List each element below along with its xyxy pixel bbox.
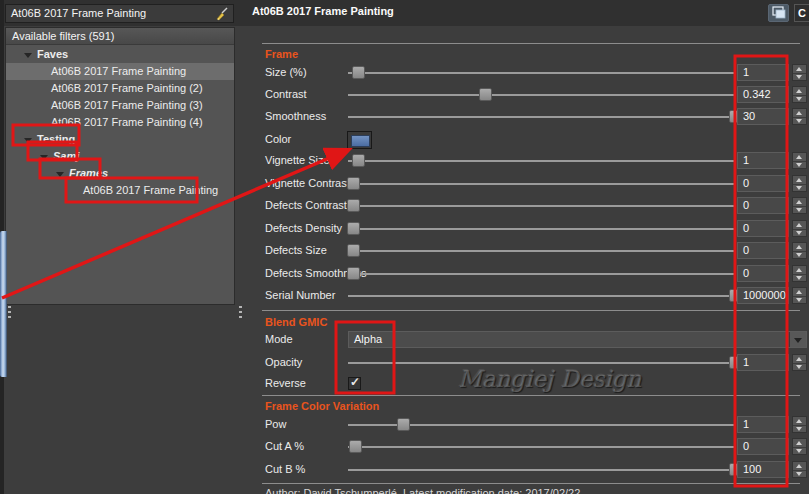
value-input-pow[interactable]: 1 <box>737 416 789 433</box>
expander-triangle-icon[interactable] <box>24 53 32 58</box>
layers-button[interactable] <box>768 4 789 22</box>
available-filters-header[interactable]: Available filters (591) <box>6 28 234 45</box>
color-picker-button[interactable] <box>347 131 372 149</box>
slider-track-vignette_contrast[interactable] <box>348 183 735 185</box>
sidebar-item-testing[interactable]: Testing <box>6 131 234 148</box>
value-input-size[interactable]: 1 <box>737 64 789 81</box>
spinner-defects_size[interactable] <box>792 242 807 259</box>
value-input-contrast[interactable]: 0.342 <box>737 86 789 103</box>
tree-item-label: At06B 2017 Frame Painting (2) <box>51 80 203 97</box>
spin-down-icon[interactable] <box>793 73 806 81</box>
spin-down-icon[interactable] <box>793 274 806 282</box>
slider-handle-vignette_contrast[interactable] <box>347 177 360 190</box>
sidebar-item-faves[interactable]: Faves <box>6 46 234 63</box>
param-label-defects_size: Defects Size <box>265 244 327 256</box>
spin-down-icon[interactable] <box>793 470 806 478</box>
value-input-defects_size[interactable]: 0 <box>737 242 789 259</box>
slider-track-defects_contrast[interactable] <box>348 205 735 207</box>
param-label-mode: Mode <box>265 333 293 345</box>
slider-handle-pow[interactable] <box>397 418 410 431</box>
slider-track-vignette_size[interactable] <box>348 160 735 162</box>
value-input-smoothness[interactable]: 30 <box>737 108 789 125</box>
sidebar-item-leaf[interactable]: At06B 2017 Frame Painting <box>6 182 234 199</box>
param-label-vignette_size: Vignette Size <box>265 154 330 166</box>
slider-track-cut_b[interactable] <box>348 469 735 471</box>
slider-track-smoothness[interactable] <box>348 116 735 118</box>
spinner-smoothness[interactable] <box>792 108 807 125</box>
spin-down-icon[interactable] <box>793 206 806 214</box>
spin-down-icon[interactable] <box>793 363 806 371</box>
spinner-cut_a[interactable] <box>792 438 807 455</box>
value-input-opacity[interactable]: 1 <box>737 354 789 371</box>
dropdown-arrow-icon[interactable] <box>789 332 806 347</box>
slider-handle-size[interactable] <box>352 66 365 79</box>
param-label-color: Color <box>265 133 291 145</box>
value-input-cut_b[interactable]: 100 <box>737 461 789 478</box>
spin-down-icon[interactable] <box>793 161 806 169</box>
spinner-size[interactable] <box>792 64 807 81</box>
value-input-defects_density[interactable]: 0 <box>737 220 789 237</box>
slider-handle-vignette_size[interactable] <box>352 154 365 167</box>
filter-title: At06B 2017 Frame Painting <box>252 5 394 17</box>
slider-track-cut_a[interactable] <box>348 446 735 448</box>
mode-dropdown[interactable]: Alpha <box>348 331 807 348</box>
tree-item-label: At06B 2017 Frame Painting (4) <box>51 114 203 131</box>
slider-track-serial_number[interactable] <box>348 295 735 297</box>
spin-down-icon[interactable] <box>793 229 806 237</box>
sidebar-item-samj[interactable]: Samj <box>6 148 234 165</box>
splitter-grip-right[interactable] <box>239 306 242 321</box>
spinner-defects_contrast[interactable] <box>792 197 807 214</box>
checkbox-reverse[interactable]: ✓ <box>348 377 361 390</box>
spinner-vignette_size[interactable] <box>792 152 807 169</box>
spin-down-icon[interactable] <box>793 95 806 103</box>
param-row-color: Color <box>244 130 809 150</box>
sidebar-item-frames[interactable]: Frames <box>6 165 234 182</box>
spinner-cut_b[interactable] <box>792 461 807 478</box>
sidebar-item-item4[interactable]: At06B 2017 Frame Painting (4) <box>6 114 234 131</box>
expander-triangle-icon[interactable] <box>24 138 32 143</box>
slider-handle-contrast[interactable] <box>479 88 492 101</box>
param-label-defects_density: Defects Density <box>265 222 342 234</box>
spin-down-icon[interactable] <box>793 184 806 192</box>
slider-track-defects_density[interactable] <box>348 228 735 230</box>
tree-item-label: Faves <box>37 46 68 63</box>
sidebar-item-item2[interactable]: At06B 2017 Frame Painting (2) <box>6 80 234 97</box>
slider-track-defects_size[interactable] <box>348 250 735 252</box>
value-input-defects_contrast[interactable]: 0 <box>737 197 789 214</box>
slider-handle-defects_contrast[interactable] <box>347 199 360 212</box>
splitter-grip-left[interactable] <box>8 306 11 321</box>
broom-icon[interactable] <box>215 7 229 21</box>
value-input-defects_smoothness[interactable]: 0 <box>737 265 789 282</box>
expander-triangle-icon[interactable] <box>40 155 48 160</box>
value-input-vignette_contrast[interactable]: 0 <box>737 175 789 192</box>
spinner-defects_smoothness[interactable] <box>792 265 807 282</box>
slider-track-contrast[interactable] <box>348 94 735 96</box>
slider-track-defects_smoothness[interactable] <box>348 273 735 275</box>
spinner-serial_number[interactable] <box>792 287 807 304</box>
slider-handle-cut_a[interactable] <box>349 440 362 453</box>
value-input-serial_number[interactable]: 1000000 <box>737 287 789 304</box>
spinner-defects_density[interactable] <box>792 220 807 237</box>
spin-down-icon[interactable] <box>793 117 806 125</box>
spin-down-icon[interactable] <box>793 251 806 259</box>
sidebar-item-item3[interactable]: At06B 2017 Frame Painting (3) <box>6 97 234 114</box>
value-input-vignette_size[interactable]: 1 <box>737 152 789 169</box>
expander-triangle-icon[interactable] <box>56 172 64 177</box>
filter-search-input[interactable]: At06B 2017 Frame Painting <box>5 4 234 23</box>
value-input-cut_a[interactable]: 0 <box>737 438 789 455</box>
spin-down-icon[interactable] <box>793 447 806 455</box>
spin-down-icon[interactable] <box>793 425 806 433</box>
spin-down-icon[interactable] <box>793 296 806 304</box>
spinner-opacity[interactable] <box>792 354 807 371</box>
slider-handle-defects_density[interactable] <box>347 222 360 235</box>
spinner-pow[interactable] <box>792 416 807 433</box>
spinner-contrast[interactable] <box>792 86 807 103</box>
slider-handle-defects_size[interactable] <box>347 244 360 257</box>
slider-track-opacity[interactable] <box>348 362 735 364</box>
slider-track-size[interactable] <box>348 72 735 74</box>
slider-handle-defects_smoothness[interactable] <box>347 267 360 280</box>
clipped-toolbar-button[interactable]: C <box>794 4 809 22</box>
param-label-defects_contrast: Defects Contrast <box>265 199 347 211</box>
spinner-vignette_contrast[interactable] <box>792 175 807 192</box>
sidebar-item-item1[interactable]: At06B 2017 Frame Painting <box>6 63 234 80</box>
